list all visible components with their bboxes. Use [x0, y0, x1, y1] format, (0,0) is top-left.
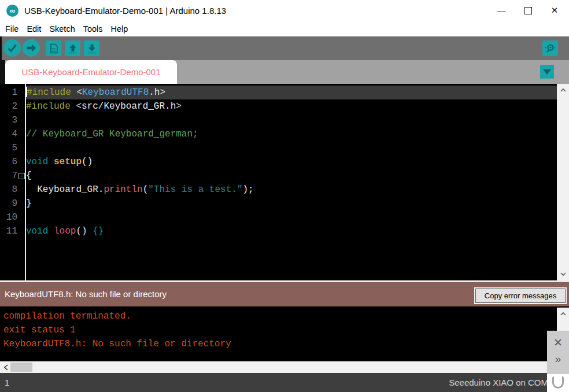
editor-line: 8 Keyboard_GR.println("This is a test.")… — [0, 183, 557, 197]
line-number: 3 — [0, 113, 17, 127]
arduino-ide-window: ∞ USB-Keyboard-Emulator-Demo-001 | Ardui… — [0, 0, 569, 392]
error-banner: KeyboardUTF8.h: No such file or director… — [0, 282, 569, 306]
code-text — [25, 210, 557, 224]
code-text: #include <src/Keyboard_GR.h> — [25, 99, 557, 113]
magnifier-icon — [544, 42, 557, 55]
status-line-number: 1 — [5, 373, 9, 392]
hscrollbar-thumb[interactable] — [10, 363, 32, 372]
scroll-up-icon[interactable] — [557, 85, 569, 95]
line-number: 11 — [0, 224, 17, 238]
status-bar: 1 Seeeduino XIAO on COM — [0, 373, 569, 392]
save-sketch-button[interactable] — [84, 40, 99, 56]
arrow-down-icon — [86, 43, 98, 54]
code-text: void setup() — [25, 155, 557, 169]
editor-line: 7−{ — [0, 169, 557, 183]
popup-logo-icon — [552, 376, 564, 389]
document-icon — [48, 43, 60, 54]
arrow-up-icon — [67, 43, 79, 54]
tab-menu-button[interactable] — [540, 65, 554, 79]
code-text: void loop() {} — [25, 224, 557, 238]
window-title: USB-Keyboard-Emulator-Demo-001 | Arduino… — [24, 6, 226, 16]
code-text: } — [25, 197, 557, 210]
notification-popup — [547, 374, 569, 392]
toolbar — [0, 36, 569, 60]
menu-item-sketch[interactable]: Sketch — [45, 24, 79, 34]
tab-active-sketch[interactable]: USB-Keyboard-Emulator-Demo-001 — [5, 60, 177, 84]
close-button[interactable]: ✕ — [541, 0, 568, 21]
tab-bar: USB-Keyboard-Emulator-Demo-001 — [0, 60, 569, 84]
console-line: exit status 1 — [0, 323, 569, 337]
code-text: #include <KeyboardUTF8.h> — [25, 86, 557, 99]
minimize-button[interactable]: — — [488, 0, 515, 21]
console-output: compilation terminated.exit status 1Keyb… — [0, 306, 569, 361]
code-text: { — [25, 169, 557, 183]
editor-line: 10 — [0, 210, 557, 224]
menu-bar: FileEditSketchToolsHelp — [0, 21, 569, 36]
editor-line: 5 — [0, 141, 557, 155]
tab-bar-notch — [0, 60, 5, 84]
serial-monitor-button[interactable] — [542, 40, 558, 56]
editor-line: 11void loop() {} — [0, 224, 557, 238]
editor-lines: 1#include <KeyboardUTF8.h>2#include <src… — [0, 86, 557, 238]
menu-item-file[interactable]: File — [1, 24, 23, 34]
maximize-icon — [524, 7, 532, 14]
console-hscrollbar[interactable] — [0, 361, 569, 373]
line-number: 7 — [0, 169, 17, 183]
line-number: 4 — [0, 127, 17, 141]
verify-button[interactable] — [3, 39, 21, 57]
maximize-button[interactable] — [515, 0, 541, 21]
new-sketch-button[interactable] — [46, 40, 61, 56]
code-text — [25, 141, 557, 155]
code-text: // Keyboard_GR Keyboard_german; — [25, 127, 557, 141]
expand-icon[interactable]: » — [555, 353, 561, 365]
line-number: 9 — [0, 197, 17, 210]
code-text — [25, 113, 557, 127]
code-text: Keyboard_GR.println("This is a test."); — [25, 183, 557, 197]
toolbar-left-edge — [0, 36, 2, 60]
chevron-down-icon — [543, 69, 551, 75]
copy-error-messages-button[interactable]: Copy error messages — [475, 289, 566, 303]
console-line: compilation terminated. — [0, 309, 569, 323]
line-number: 10 — [0, 210, 17, 224]
open-sketch-button[interactable] — [65, 40, 80, 56]
line-number: 8 — [0, 183, 17, 197]
menu-item-tools[interactable]: Tools — [79, 24, 107, 34]
close-icon[interactable]: ✕ — [553, 336, 563, 349]
error-message: KeyboardUTF8.h: No such file or director… — [5, 282, 167, 306]
gutter-divider — [25, 84, 26, 280]
line-number: 5 — [0, 141, 17, 155]
editor-line: 3 — [0, 113, 557, 127]
editor-line: 4// Keyboard_GR Keyboard_german; — [0, 127, 557, 141]
scroll-left-icon[interactable] — [1, 361, 10, 373]
console-scroll-up-icon[interactable] — [557, 309, 569, 319]
line-number: 6 — [0, 155, 17, 169]
code-editor[interactable]: 1#include <KeyboardUTF8.h>2#include <src… — [0, 84, 569, 280]
editor-scrollbar[interactable] — [557, 84, 569, 280]
menu-item-help[interactable]: Help — [107, 24, 132, 34]
window-controls: — ✕ — [488, 0, 568, 21]
editor-line: 6void setup() — [0, 155, 557, 169]
console-line: KeyboardUTF8.h: No such file or director… — [0, 337, 569, 351]
line-number: 1 — [0, 86, 17, 99]
editor-line: 1#include <KeyboardUTF8.h> — [0, 86, 557, 99]
arduino-logo-icon: ∞ — [6, 5, 19, 17]
editor-line: 2#include <src/Keyboard_GR.h> — [0, 99, 557, 113]
menu-item-edit[interactable]: Edit — [23, 24, 45, 34]
title-bar: ∞ USB-Keyboard-Emulator-Demo-001 | Ardui… — [0, 0, 569, 21]
fold-marker-icon[interactable]: − — [19, 173, 25, 179]
line-number: 2 — [0, 99, 17, 113]
arrow-right-icon — [25, 42, 38, 54]
console-lines: compilation terminated.exit status 1Keyb… — [0, 309, 569, 351]
editor-line: 9} — [0, 197, 557, 210]
scroll-down-icon[interactable] — [557, 269, 569, 279]
status-board-info: Seeeduino XIAO on COM — [449, 373, 548, 392]
check-icon — [6, 42, 19, 54]
notification-side-panel: ✕ » — [547, 331, 569, 374]
upload-button[interactable] — [23, 39, 40, 57]
